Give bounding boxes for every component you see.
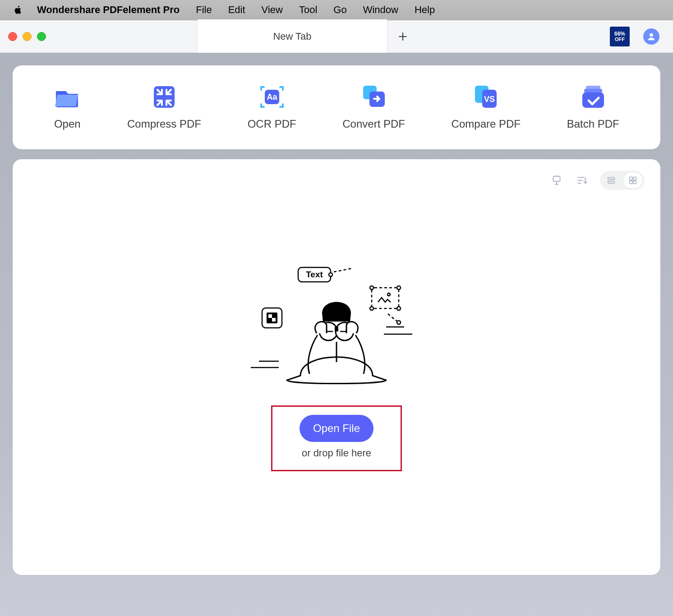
action-label: Compare PDF [452, 118, 521, 130]
svg-rect-13 [608, 178, 615, 180]
svg-point-27 [397, 307, 401, 310]
svg-rect-14 [608, 181, 615, 184]
action-convert[interactable]: Convert PDF [342, 84, 405, 130]
svg-text:VS: VS [484, 95, 495, 104]
svg-point-24 [370, 286, 373, 290]
menu-edit[interactable]: Edit [220, 4, 254, 16]
action-label: Convert PDF [342, 118, 405, 130]
empty-state-illustration: Text [237, 263, 436, 400]
menu-tool[interactable]: Tool [291, 4, 325, 16]
open-file-highlight: Open File or drop file here [271, 405, 402, 471]
action-label: Open [54, 118, 81, 130]
workspace-card: Text [13, 159, 660, 575]
svg-rect-41 [335, 327, 338, 331]
svg-rect-12 [553, 176, 560, 181]
action-compress[interactable]: Compress PDF [127, 84, 201, 130]
workspace-tools [549, 171, 644, 190]
action-ocr[interactable]: Aa OCR PDF [248, 84, 296, 130]
svg-line-29 [388, 314, 397, 322]
menu-window[interactable]: Window [355, 4, 406, 16]
open-folder-icon [54, 84, 81, 110]
svg-rect-34 [272, 318, 276, 322]
svg-point-20 [329, 273, 332, 276]
convert-icon [360, 84, 387, 110]
promo-off: OFF [615, 37, 625, 42]
sort-icon[interactable] [575, 173, 589, 188]
promo-pct: 66% [614, 31, 625, 37]
compress-icon [151, 84, 178, 110]
svg-point-0 [650, 33, 653, 37]
apple-icon[interactable] [12, 4, 24, 16]
action-open[interactable]: Open [54, 84, 81, 130]
svg-rect-33 [268, 314, 272, 318]
menu-view[interactable]: View [254, 4, 291, 16]
svg-rect-11 [582, 92, 604, 108]
open-file-button[interactable]: Open File [300, 415, 373, 442]
window-controls [0, 20, 198, 53]
plus-icon [397, 31, 409, 42]
pin-icon[interactable] [549, 173, 564, 188]
action-batch[interactable]: Batch PDF [567, 84, 619, 130]
tab-title: New Tab [273, 31, 311, 42]
svg-rect-23 [372, 288, 399, 308]
new-tab-button[interactable] [387, 20, 419, 53]
quick-actions-card: Open Compress PDF [13, 65, 660, 149]
svg-point-30 [397, 321, 401, 324]
user-avatar[interactable] [643, 28, 659, 45]
svg-rect-10 [584, 89, 602, 93]
action-compare[interactable]: VS Compare PDF [452, 84, 521, 130]
app-title: Wondershare PDFelement Pro [37, 4, 180, 16]
user-icon [646, 32, 656, 41]
minimize-window-button[interactable] [23, 32, 32, 41]
main-panel: Open Compress PDF [0, 53, 673, 616]
svg-text:Text: Text [306, 270, 323, 279]
svg-rect-15 [630, 177, 632, 180]
menu-help[interactable]: Help [406, 4, 443, 16]
ocr-icon: Aa [258, 84, 286, 110]
action-label: OCR PDF [248, 118, 296, 130]
svg-point-25 [397, 286, 401, 290]
list-view-button[interactable] [601, 172, 621, 188]
compare-icon: VS [472, 84, 499, 110]
menu-file[interactable]: File [188, 4, 220, 16]
view-toggle [600, 171, 644, 190]
svg-rect-17 [630, 181, 632, 184]
action-label: Compress PDF [127, 118, 201, 130]
tab-bar: New Tab 66% OFF [0, 20, 673, 53]
svg-line-22 [334, 268, 352, 272]
batch-icon [580, 84, 607, 110]
drop-hint: or drop file here [302, 447, 371, 459]
promo-badge[interactable]: 66% OFF [610, 27, 630, 46]
grid-view-button[interactable] [623, 172, 643, 188]
menu-go[interactable]: Go [325, 4, 355, 16]
svg-text:Aa: Aa [267, 92, 277, 101]
svg-point-26 [370, 307, 373, 310]
tab-new[interactable]: New Tab [198, 20, 387, 53]
maximize-window-button[interactable] [37, 32, 46, 41]
svg-rect-16 [633, 177, 636, 180]
close-window-button[interactable] [8, 32, 17, 41]
menubar: Wondershare PDFelement Pro File Edit Vie… [0, 0, 673, 20]
action-label: Batch PDF [567, 118, 619, 130]
svg-rect-18 [633, 181, 636, 184]
